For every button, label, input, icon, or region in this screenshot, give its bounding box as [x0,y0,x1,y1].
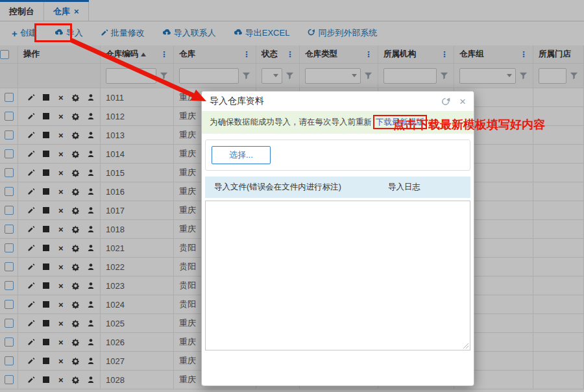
annotation-highlight-import-button [34,23,72,42]
refresh-icon[interactable] [441,97,450,106]
import-warehouse-dialog: 导入仓库资料 × 为确保数据能成功导入，请在每次导入前重新下载最新模版 选择..… [201,91,474,386]
import-list-header: 导入文件(错误会在文件内进行标注) 导入日志 [205,177,470,198]
dialog-body: 选择... 导入文件(错误会在文件内进行标注) 导入日志 [202,134,474,350]
resize-grip[interactable] [462,342,468,349]
dialog-title: 导入仓库资料 [210,95,432,107]
import-file-list-area[interactable] [205,201,470,350]
notice-text: 为确保数据能成功导入，请在每次导入前重新 [210,117,372,127]
warehouse-management-page: { "tabs": [ { "label": "控制台", "active": … [0,0,584,392]
import-log-column-label: 导入日志 [388,182,420,193]
import-file-column-label: 导入文件(错误会在文件内进行标注) [214,182,388,193]
annotation-note-text: 点击下载最新模板填写好内容 [393,117,545,132]
file-picker-box: 选择... [205,140,470,171]
close-icon[interactable]: × [459,96,466,107]
choose-file-button[interactable]: 选择... [212,146,271,164]
dialog-header: 导入仓库资料 × [202,92,474,111]
